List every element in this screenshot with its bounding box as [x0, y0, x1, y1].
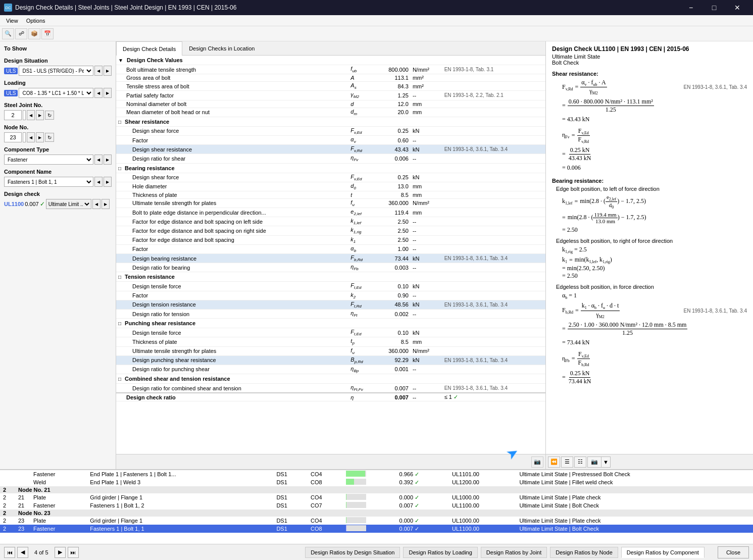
minimize-button[interactable]: − [679, 0, 702, 15]
row-value: 0.25 [374, 173, 411, 182]
comp-name-next-btn[interactable]: ▶ [104, 177, 112, 187]
table-row: Hole diameter d0 13.0 mm [116, 182, 545, 191]
first-page-btn[interactable]: ⏮ [4, 547, 15, 558]
dc-type-select[interactable]: Ultimate Limit ... [46, 199, 91, 209]
node-next-btn[interactable]: ▶ [36, 132, 44, 142]
toolbar-btn-2[interactable]: ☍ [15, 28, 27, 39]
prev-page-btn[interactable]: ◀ [17, 547, 28, 558]
toolbar-btn-4[interactable]: 📅 [41, 28, 54, 39]
row-symbol: k2 [348, 291, 373, 300]
row-label: Design tension resistance [116, 300, 348, 309]
section-tension[interactable]: □ Tension resistance [116, 272, 545, 282]
loading-label: Loading [4, 80, 112, 86]
table-row: Tensile stress area of bolt As 84.3 mm² [116, 82, 545, 91]
section-check-values[interactable]: ▼ Design Check Values [116, 56, 545, 65]
dc-ratio-label: Design check ratio [116, 393, 348, 401]
section-combined[interactable]: □ Combined shear and tension resistance [116, 374, 545, 384]
dc-ratio-symbol: η [348, 393, 373, 401]
table-row-highlight: Design punching shear resistance Bp,Rd 9… [116, 355, 545, 365]
design-check-label: Design check [4, 191, 112, 197]
comp-type-next-btn[interactable]: ▶ [104, 155, 112, 165]
toolbar-btn-1[interactable]: 🔍 [2, 28, 14, 39]
right-grid-btn[interactable]: ☷ [574, 456, 586, 468]
node-refresh-btn[interactable]: ↻ [45, 133, 54, 142]
table-row: Design ratio for punching shear ηBp 0.00… [116, 365, 545, 374]
row-unit: N/mm² [411, 198, 442, 208]
bearing-formula-section: Bearing resistance: Edge bolt position, … [552, 178, 747, 385]
row-unit: mm [411, 191, 442, 198]
component-type-select[interactable]: Fastener [4, 155, 93, 165]
dc-next-btn[interactable]: ▶ [102, 199, 110, 209]
row-label: Bolt to plate edge distance in perpendic… [116, 208, 348, 217]
table-row: Design ratio for shear ηFv 0.006 -- [116, 154, 545, 163]
right-list-btn[interactable]: ☰ [561, 456, 573, 468]
row-label: Design ratio for shear [116, 154, 348, 163]
comp-name-prev-btn[interactable]: ◀ [94, 177, 103, 187]
loading-next-btn[interactable]: ▶ [104, 88, 112, 98]
close-button[interactable]: Close [718, 546, 749, 558]
row-value: 8.5 [374, 337, 411, 346]
row-label: Design tensile force [116, 328, 348, 337]
tab-ratios-joint[interactable]: Design Ratios by Joint [481, 547, 547, 558]
loading-select[interactable]: CO8 - 1.35 * LC1 + 1.50 * LC4 [19, 88, 93, 98]
bottom-table-area: Fastener End Plate 1 | Fasteners 1 | Bol… [0, 470, 753, 544]
row-value: 73.44 [374, 254, 411, 263]
tab-check-details[interactable]: Design Check Details [116, 41, 182, 56]
loading-prev-btn[interactable]: ◀ [94, 88, 103, 98]
table-row: Factor αb 1.00 -- [116, 244, 545, 253]
row-label: Factor for edge distance and bolt spacin… [116, 235, 348, 244]
row-unit: -- [411, 235, 442, 244]
steel-joint-select[interactable] [23, 110, 26, 120]
next-page-btn[interactable]: ▶ [55, 547, 66, 558]
node-input[interactable] [4, 132, 22, 142]
comp-type-prev-btn[interactable]: ◀ [94, 155, 103, 165]
to-show-label: To Show [4, 45, 112, 52]
row-label: Mean diameter of bolt head or nut [116, 108, 348, 117]
joint-next-btn[interactable]: ▶ [36, 110, 44, 120]
section-bearing[interactable]: □ Bearing resistance [116, 163, 545, 173]
row-label: Design shear resistance [116, 145, 348, 154]
row-value: 0.10 [374, 328, 411, 337]
joint-prev-btn[interactable]: ◀ [27, 110, 35, 120]
selected-table-row[interactable]: 2 23 Fastener Fasteners 1 | Bolt 1, 1 DS… [0, 525, 753, 533]
toolbar-btn-3[interactable]: 📦 [28, 28, 40, 39]
node-select[interactable] [23, 132, 26, 142]
maximize-button[interactable]: □ [702, 0, 726, 15]
tab-ratios-situation[interactable]: Design Ratios by Design Situation [305, 547, 400, 558]
row-value: 2.50 [374, 217, 411, 226]
tab-ratios-loading[interactable]: Design Ratios by Loading [403, 547, 477, 558]
row-label: Design shear force [116, 126, 348, 135]
component-name-select[interactable]: Fasteners 1 | Bolt 1, 1 [4, 177, 93, 187]
print-dropdown-btn[interactable]: ▼ [601, 456, 611, 468]
table-row: Design ratio for combined shear and tens… [116, 384, 545, 393]
dc-prev-btn[interactable]: ◀ [92, 199, 101, 209]
right-panel-check: Bolt Check [552, 60, 747, 66]
steel-joint-input[interactable] [4, 110, 22, 120]
tab-checks-location[interactable]: Design Checks in Location [182, 41, 261, 55]
table-row: Design ratio for tension ηFt 0.002 -- [116, 309, 545, 318]
section-punching[interactable]: □ Punching shear resistance [116, 319, 545, 328]
bearing-formula-title: Bearing resistance: [552, 178, 747, 184]
table-row: Factor αv 0.60 -- [116, 135, 545, 144]
section-shear[interactable]: □ Shear resistance [116, 117, 545, 126]
tab-ratios-component[interactable]: Design Ratios by Component [621, 547, 705, 558]
app-icon: DC [4, 4, 12, 12]
close-window-button[interactable]: ✕ [726, 0, 749, 15]
ds-prev-btn[interactable]: ◀ [94, 66, 103, 76]
right-nav-btn[interactable]: ⏪ [548, 456, 560, 468]
row-value: 360.000 [374, 346, 411, 355]
joint-refresh-btn[interactable]: ↻ [45, 111, 54, 120]
last-page-btn[interactable]: ⏭ [68, 547, 79, 558]
node-prev-btn[interactable]: ◀ [27, 132, 35, 142]
tab-ratios-node[interactable]: Design Ratios by Node [550, 547, 618, 558]
row-value: 1.00 [374, 244, 411, 253]
row-label: Factor for edge distance and bolt spacin… [116, 217, 348, 226]
design-situation-select[interactable]: DS1 - ULS (STR/GEO) - Perm... [19, 66, 93, 76]
row-value: 43.43 [374, 145, 411, 154]
menu-options[interactable]: Options [22, 17, 49, 25]
center-print-btn[interactable]: 📷 [531, 456, 543, 468]
menu-view[interactable]: View [2, 17, 22, 25]
print-button[interactable]: 📷 [587, 456, 601, 468]
ds-next-btn[interactable]: ▶ [104, 66, 112, 76]
node-header-21: 2 Node No. 21 [0, 486, 753, 493]
